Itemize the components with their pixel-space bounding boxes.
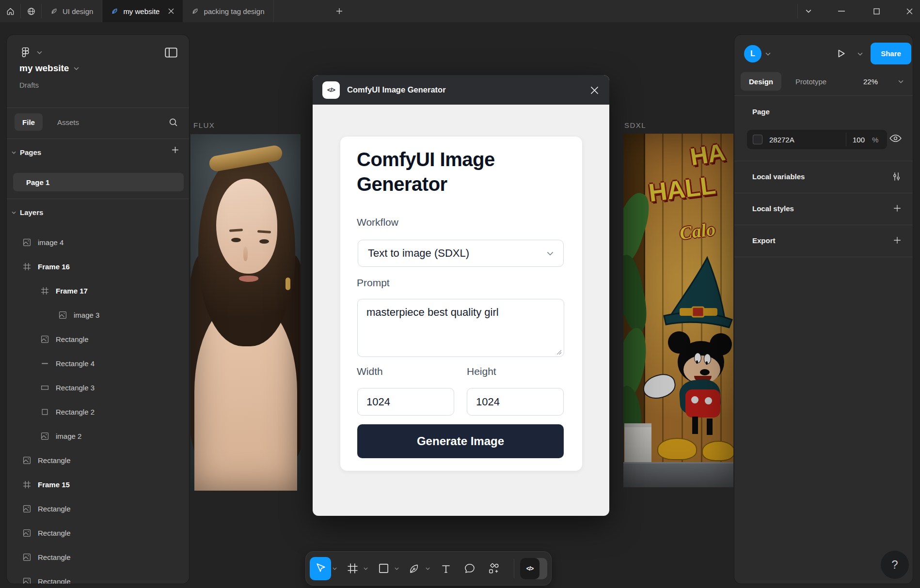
color-hex-value[interactable]: 28272A xyxy=(769,136,794,144)
pen-tool[interactable] xyxy=(405,557,424,580)
layer-name: image 3 xyxy=(74,311,99,319)
page-color-row[interactable]: 28272A 100 % xyxy=(747,130,887,149)
plus-icon[interactable] xyxy=(893,204,901,212)
actions-tool[interactable] xyxy=(484,557,504,580)
layer-row[interactable]: Frame 15 xyxy=(7,472,189,496)
avatar-chevron-icon[interactable] xyxy=(765,52,771,56)
file-name[interactable]: my website xyxy=(19,63,69,74)
text-tool[interactable] xyxy=(436,557,455,580)
pages-chevron-icon[interactable] xyxy=(12,151,16,154)
layer-row[interactable]: Rectangle 3 xyxy=(7,375,189,400)
layer-row[interactable]: image 3 xyxy=(7,303,189,327)
file-location[interactable]: Drafts xyxy=(19,81,39,89)
shape-tool[interactable] xyxy=(374,557,393,580)
search-icon[interactable] xyxy=(169,118,178,127)
present-play-icon[interactable] xyxy=(835,47,847,60)
minimize-button[interactable] xyxy=(831,0,852,22)
modal-header[interactable]: </> ComfyUI Image Generator xyxy=(313,75,609,105)
tab-prototype[interactable]: Prototype xyxy=(789,72,833,91)
layers-chevron-icon[interactable] xyxy=(12,211,16,214)
tool-chevron-icon[interactable] xyxy=(362,567,369,570)
textarea-resize-handle[interactable] xyxy=(556,350,562,355)
figma-logo-icon[interactable] xyxy=(19,46,32,59)
layer-row[interactable]: image 2 xyxy=(7,424,189,448)
section-local-styles[interactable]: Local styles xyxy=(734,193,913,224)
generate-image-button[interactable]: Generate Image xyxy=(357,424,564,458)
plus-icon[interactable] xyxy=(893,236,901,244)
tab-design[interactable]: Design xyxy=(741,72,781,91)
tab-assets[interactable]: Assets xyxy=(50,113,86,131)
file-tab-1[interactable]: UI design xyxy=(42,0,102,22)
layer-row[interactable]: Rectangle 4 xyxy=(7,351,189,375)
zoom-level[interactable]: 22% xyxy=(863,72,878,91)
layer-name: Frame 16 xyxy=(38,263,70,271)
section-local-variables[interactable]: Local variables xyxy=(734,161,913,192)
sliders-icon[interactable] xyxy=(892,172,901,181)
image-layer-icon xyxy=(23,238,31,247)
close-window-button[interactable] xyxy=(899,0,920,22)
tab-overflow-chevron-icon[interactable] xyxy=(798,0,819,22)
add-page-icon[interactable] xyxy=(172,146,179,154)
layer-row[interactable]: Rectangle xyxy=(7,448,189,472)
present-chevron-icon[interactable] xyxy=(857,52,863,56)
tool-chevron-icon[interactable] xyxy=(425,567,432,570)
zoom-chevron-icon[interactable] xyxy=(898,80,904,83)
home-icon[interactable] xyxy=(0,0,20,22)
avatar[interactable]: L xyxy=(744,45,761,62)
collapse-sidebar-icon[interactable] xyxy=(165,47,177,58)
cursor-tool[interactable] xyxy=(310,557,331,580)
figma-file-icon xyxy=(111,8,118,15)
layer-row[interactable]: Rectangle xyxy=(7,569,189,584)
layer-row[interactable]: Rectangle xyxy=(7,521,189,545)
modal-card: ComfyUI Image Generator Workflow Text to… xyxy=(340,137,582,471)
layer-row[interactable]: Frame 17 xyxy=(7,279,189,303)
dev-mode-toggle[interactable]: </> xyxy=(520,558,547,579)
frame-label-sdxl[interactable]: SDXL xyxy=(624,121,646,129)
file-tab-3[interactable]: packing tag design xyxy=(183,0,273,22)
generator-title: ComfyUI Image Generator xyxy=(357,147,551,197)
new-tab-button[interactable] xyxy=(336,0,343,22)
layer-row[interactable]: Rectangle 2 xyxy=(7,400,189,424)
layer-row[interactable]: Frame 16 xyxy=(7,254,189,279)
comment-icon xyxy=(464,563,476,574)
height-input[interactable] xyxy=(467,388,564,416)
frame-label-flux[interactable]: FLUX xyxy=(193,121,215,129)
help-button[interactable]: ? xyxy=(881,551,909,579)
canvas-image-sdxl-poster[interactable]: HA HALL Calo xyxy=(623,134,733,487)
section-export[interactable]: Export xyxy=(734,225,913,256)
share-button[interactable]: Share xyxy=(871,43,911,64)
main-menu-chevron-icon[interactable] xyxy=(37,51,42,54)
width-input[interactable] xyxy=(357,388,454,416)
section-label: Local styles xyxy=(752,204,794,213)
tool-chevron-icon[interactable] xyxy=(393,567,400,570)
tab-file[interactable]: File xyxy=(15,113,43,131)
globe-icon[interactable] xyxy=(21,0,41,22)
opacity-value[interactable]: 100 xyxy=(853,136,865,144)
canvas-image-flux-portrait[interactable] xyxy=(190,134,301,491)
modal-close-icon[interactable] xyxy=(588,84,601,96)
visibility-eye-icon[interactable] xyxy=(889,134,902,142)
tab-label: UI design xyxy=(63,7,93,15)
workflow-select[interactable]: Text to image (SDXL) xyxy=(358,240,564,267)
close-tab-icon[interactable] xyxy=(168,8,174,14)
layer-name: Frame 17 xyxy=(56,287,88,295)
image-layer-icon xyxy=(23,529,31,537)
tab-label: packing tag design xyxy=(204,7,264,15)
file-tab-2[interactable]: my website xyxy=(102,0,183,22)
right-sidebar: L Share Design Prototype 22% Page 28272A… xyxy=(734,35,913,584)
frame-tool[interactable] xyxy=(343,557,362,580)
page-list-item-selected[interactable]: Page 1 xyxy=(13,173,184,191)
layer-row[interactable]: Rectangle xyxy=(7,545,189,569)
left-sidebar: my website Drafts File Assets Pages Page… xyxy=(7,35,189,584)
maximize-button[interactable] xyxy=(866,0,887,22)
comment-tool[interactable] xyxy=(460,557,479,580)
layer-row[interactable]: Rectangle xyxy=(7,496,189,521)
file-name-chevron-icon[interactable] xyxy=(74,67,79,70)
layer-row[interactable]: image 4 xyxy=(7,230,189,254)
prompt-textarea[interactable]: masterpiece best quality girl xyxy=(357,299,564,357)
layer-row[interactable]: Rectangle xyxy=(7,327,189,351)
layers-section-header[interactable]: Layers xyxy=(12,208,43,217)
tool-chevron-icon[interactable] xyxy=(331,567,338,570)
color-swatch[interactable] xyxy=(753,135,762,144)
pages-section-header[interactable]: Pages xyxy=(12,148,41,156)
